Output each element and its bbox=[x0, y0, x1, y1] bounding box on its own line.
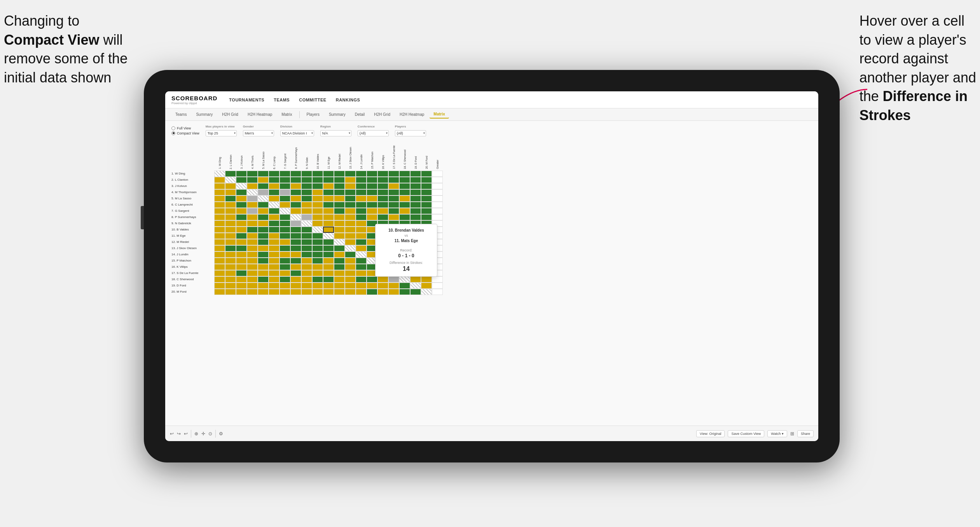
nav-tournaments[interactable]: TOURNAMENTS bbox=[229, 98, 264, 102]
tab-h2h-grid-right[interactable]: H2H Grid bbox=[370, 111, 394, 118]
tab-summary-right[interactable]: Summary bbox=[325, 111, 349, 118]
gender-filter: Gender Men's bbox=[243, 125, 274, 136]
players-select-wrap[interactable]: (All) bbox=[395, 129, 426, 136]
division-select[interactable]: NCAA Division I bbox=[280, 130, 314, 136]
grid-rows bbox=[214, 171, 812, 295]
grid-row-17 bbox=[214, 270, 812, 276]
zoom-icon[interactable]: ⊕ bbox=[194, 431, 198, 436]
full-view-radio[interactable] bbox=[171, 126, 175, 130]
annotation-right: Hover over a cell to view a player's rec… bbox=[859, 12, 976, 125]
col-header-10: 10. B Valdes bbox=[312, 140, 323, 171]
region-select[interactable]: N/A bbox=[320, 130, 351, 136]
logo-area: SCOREBOARD Powered by clippd bbox=[171, 95, 217, 105]
nav-rankings[interactable]: RANKINGS bbox=[336, 98, 360, 102]
grid-row-7 bbox=[214, 208, 812, 214]
col-header-19: 19. D Ford bbox=[410, 140, 421, 171]
nav-teams[interactable]: TEAMS bbox=[274, 98, 290, 102]
col-header-11: 11. M Ege bbox=[323, 140, 334, 171]
col-header-13: 13. J Skov Olesen bbox=[345, 140, 356, 171]
grid-row-5 bbox=[214, 195, 812, 202]
division-select-wrap[interactable]: NCAA Division I bbox=[280, 129, 314, 136]
save-custom-button[interactable]: Save Custom View bbox=[728, 430, 764, 437]
undo-icon[interactable]: ↩ bbox=[170, 431, 174, 436]
grid-row-2 bbox=[214, 177, 812, 183]
share-button[interactable]: Share bbox=[797, 430, 814, 437]
row-label-6: 6. C Lamprecht bbox=[171, 202, 214, 208]
view-original-button[interactable]: View: Original bbox=[696, 430, 725, 437]
gender-select-wrap[interactable]: Men's bbox=[243, 129, 274, 136]
col-header-7: 7. G Sargent bbox=[280, 140, 290, 171]
grid-row-3 bbox=[214, 183, 812, 189]
tab-summary-left[interactable]: Summary bbox=[192, 111, 217, 118]
watch-button[interactable]: Watch ▾ bbox=[767, 430, 787, 437]
max-players-filter: Max players in view Top 25 bbox=[206, 125, 237, 136]
redo-icon[interactable]: ↩ bbox=[184, 431, 188, 436]
tooltip-player1: 10. Brendan Valdes bbox=[381, 228, 431, 232]
tooltip-diff: 14 bbox=[381, 265, 431, 272]
tooltip-player2: 11. Mats Ege bbox=[381, 239, 431, 243]
col-headers: 1. W Ding 2. L Clanton 3. J Kolvun 4. M … bbox=[214, 140, 812, 171]
compact-view-radio[interactable] bbox=[171, 131, 175, 135]
col-header-8: 8. P Summerhays bbox=[290, 140, 301, 171]
col-header-3: 3. J Kolvun bbox=[236, 140, 247, 171]
logo-text: SCOREBOARD bbox=[171, 95, 217, 101]
grid-row-18 bbox=[214, 276, 812, 283]
compact-view-option[interactable]: Compact View bbox=[171, 131, 199, 135]
forward-icon[interactable]: ↪ bbox=[177, 431, 181, 436]
region-select-wrap[interactable]: N/A bbox=[320, 129, 351, 136]
settings-icon[interactable]: ⚙ bbox=[219, 431, 223, 436]
grid-row-10 bbox=[214, 227, 812, 233]
row-labels: 1. W Ding 2. L Clanton 3. J Kolvun 4. M … bbox=[171, 140, 214, 295]
region-filter: Region N/A bbox=[320, 125, 351, 136]
max-players-select-wrap[interactable]: Top 25 bbox=[206, 129, 237, 136]
row-label-5: 5. M La Sasso bbox=[171, 195, 214, 202]
tablet-screen: SCOREBOARD Powered by clippd TOURNAMENTS… bbox=[165, 91, 818, 441]
logo-sub: Powered by clippd bbox=[171, 101, 217, 105]
tab-matrix-right[interactable]: Matrix bbox=[430, 110, 449, 119]
row-label-16: 16. K Villips bbox=[171, 264, 214, 270]
gender-select[interactable]: Men's bbox=[243, 130, 274, 136]
grid-row-20 bbox=[214, 289, 812, 295]
fit-icon[interactable]: ⊙ bbox=[208, 431, 212, 436]
grid-row-15 bbox=[214, 258, 812, 264]
conference-select-wrap[interactable]: (All) bbox=[358, 129, 389, 136]
tab-h2h-heatmap-right[interactable]: H2H Heatmap bbox=[396, 111, 428, 118]
row-label-15: 15. P Maichon bbox=[171, 258, 214, 264]
tab-detail[interactable]: Detail bbox=[351, 111, 369, 118]
max-players-select[interactable]: Top 25 bbox=[206, 130, 237, 136]
grid-row-9 bbox=[214, 220, 812, 227]
pan-icon[interactable]: ✛ bbox=[201, 431, 205, 436]
players-select[interactable]: (All) bbox=[395, 130, 426, 136]
col-header-15: 15. P Maichon bbox=[367, 140, 377, 171]
nav-committee[interactable]: COMMITTEE bbox=[299, 98, 327, 102]
conference-select[interactable]: (All) bbox=[358, 130, 389, 136]
row-label-9: 9. N Gabrelcik bbox=[171, 220, 214, 227]
row-label-19: 19. D Ford bbox=[171, 283, 214, 289]
row-label-2: 2. L Clanton bbox=[171, 177, 214, 183]
row-label-13: 13. J Skov Olesen bbox=[171, 245, 214, 251]
conference-filter: Conference (All) bbox=[358, 125, 389, 136]
tab-h2h-heatmap-left[interactable]: H2H Heatmap bbox=[244, 111, 276, 118]
grid-row-13 bbox=[214, 245, 812, 251]
row-label-3: 3. J Kolvun bbox=[171, 183, 214, 189]
tab-teams[interactable]: Teams bbox=[171, 111, 190, 118]
col-header-12: 12. M Riedel bbox=[334, 140, 345, 171]
grid-row-14 bbox=[214, 251, 812, 258]
tab-players[interactable]: Players bbox=[303, 111, 323, 118]
col-header-20: 20. M Ford bbox=[421, 140, 432, 171]
view-toggle: Full View Compact View bbox=[171, 126, 199, 135]
grid-row-16 bbox=[214, 264, 812, 270]
col-header-5: 5. M La Sasso bbox=[258, 140, 269, 171]
toolbar-divider-2 bbox=[215, 430, 216, 438]
col-header-9: 9. N Gabr. bbox=[301, 140, 312, 171]
col-header-2: 2. L Clanton bbox=[225, 140, 236, 171]
col-header-14: 14. J Lundin bbox=[356, 140, 367, 171]
toolbar-divider-1 bbox=[191, 430, 191, 438]
tab-h2h-grid-left[interactable]: H2H Grid bbox=[218, 111, 242, 118]
tooltip-diff-label: Difference in Strokes: bbox=[381, 261, 431, 265]
share-options-icon[interactable]: ⊞ bbox=[790, 431, 794, 436]
toolbar-right: View: Original Save Custom View Watch ▾ … bbox=[696, 430, 814, 437]
tab-matrix-left[interactable]: Matrix bbox=[278, 111, 296, 118]
row-label-18: 18. C Sherwood bbox=[171, 276, 214, 283]
full-view-option[interactable]: Full View bbox=[171, 126, 199, 130]
